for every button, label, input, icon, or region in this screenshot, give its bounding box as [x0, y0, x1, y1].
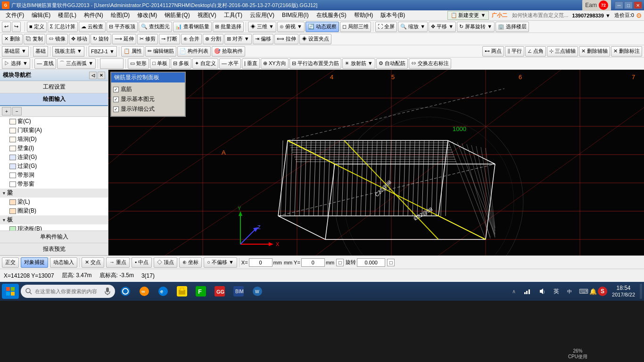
main-rebar-dropdown[interactable]: 筏板主筋 ▼ — [52, 46, 84, 57]
tree-add-button[interactable]: + — [2, 107, 11, 115]
taskbar-search[interactable]: 在这里输入你要搜索的内容 — [21, 285, 115, 298]
sum-calc-button[interactable]: Σ 汇总计算 — [48, 22, 78, 32]
list-item[interactable]: 过梁(G) — [0, 162, 108, 171]
component-list-button[interactable]: 📄 构件列表 — [177, 46, 211, 57]
del-annotation-button[interactable]: ✕ 删除标注 — [611, 46, 642, 57]
tree-remove-button[interactable]: − — [12, 107, 22, 115]
no-offset-button[interactable]: ○ 不偏移 ▼ — [204, 257, 237, 268]
vertical-button[interactable]: | 垂直 — [242, 58, 260, 69]
find-element-button[interactable]: 🔍 查找图元 — [139, 22, 172, 32]
break-button[interactable]: ⊸ 打断 — [159, 34, 180, 44]
input-method-label[interactable]: 英 — [551, 284, 562, 299]
copy-button[interactable]: ⿻ 复制 — [24, 34, 45, 44]
horizontal-button[interactable]: — 水平 — [219, 58, 241, 69]
project-settings-link[interactable]: 工程设置 — [0, 81, 108, 93]
pick-component-button[interactable]: 🎯 拾取构件 — [212, 46, 245, 57]
sys-tray-icons[interactable]: ∧ — [509, 284, 519, 299]
clock[interactable]: 18:54 2017/8/22 — [609, 284, 638, 299]
show-elements-checkbox[interactable] — [113, 97, 119, 102]
offset-button[interactable]: ⇥ 偏移 — [253, 34, 273, 44]
single-board-button[interactable]: □ 单板 — [150, 58, 170, 69]
fullscreen-button[interactable]: ⛶ 全屏 — [375, 22, 397, 32]
menu-modify[interactable]: 修改(M) — [133, 10, 161, 20]
align-button[interactable]: ⊞ 对齐 ▼ — [224, 34, 252, 44]
endpoint-button[interactable]: → 重点 — [106, 257, 130, 268]
taskbar-app-3[interactable] — [173, 284, 190, 299]
list-item[interactable]: 梁(L) — [0, 197, 108, 206]
floor-dropdown[interactable]: 基础层 ▼ — [2, 46, 29, 57]
close-button[interactable]: ✕ — [634, 1, 642, 9]
define-button[interactable]: ■ 定义 — [27, 22, 47, 32]
menu-cloud[interactable]: 云应用(V) — [246, 10, 278, 20]
fbzj-dropdown[interactable]: FBZJ-1 ▼ — [89, 46, 117, 57]
list-item[interactable]: 带形洞 — [0, 171, 108, 180]
panel-close-button[interactable]: ✕ — [98, 72, 105, 79]
point-angle-button[interactable]: ∠ 点角 — [525, 46, 546, 57]
menu-draw[interactable]: 绘图(D) — [107, 10, 134, 20]
menu-component[interactable]: 构件(N) — [80, 10, 107, 20]
rect-button[interactable]: ▭ 矩形 — [128, 58, 149, 69]
line-button[interactable]: — 直线 — [34, 58, 56, 69]
object-snap-button[interactable]: 对象捕捉 — [21, 257, 48, 268]
taskbar-app-5[interactable]: GG — [211, 284, 228, 299]
cloud-check-button[interactable]: ☁ 云检查 — [79, 22, 106, 32]
rotate-lock-icon[interactable]: □ — [387, 259, 395, 266]
top-view-button[interactable]: ⊙ 俯视 ▼ — [277, 22, 305, 32]
message-icon[interactable]: 🔔 — [589, 288, 597, 295]
float-panel-item-3[interactable]: 显示详细公式 — [113, 104, 183, 114]
mirror-button[interactable]: ⇔ 镜像 — [46, 34, 68, 44]
undo-button[interactable]: ↩ — [2, 22, 11, 32]
eam-badge[interactable]: 72 — [599, 0, 608, 10]
extend-button[interactable]: ⟶ 延伸 — [112, 34, 136, 44]
start-button[interactable] — [2, 284, 19, 299]
flat-top-button[interactable]: ⊟ 平齐板顶 — [107, 22, 138, 32]
x-input[interactable] — [249, 258, 272, 267]
show-formula-checkbox[interactable] — [113, 107, 119, 112]
list-item[interactable]: 连梁(G) — [0, 153, 108, 162]
pan-button[interactable]: ✥ 平移 ▼ — [429, 22, 456, 32]
batch-select-button[interactable]: ⊞ 批量选择 — [213, 22, 244, 32]
volume-icon[interactable]: ) — [536, 284, 549, 299]
menu-steel[interactable]: 钢筋量(Q) — [161, 10, 193, 20]
taskbar-app-6[interactable]: BIM — [230, 284, 247, 299]
arc-button[interactable]: ⌒ 三点画弧 ▼ — [57, 58, 96, 69]
drawing-input-link[interactable]: 绘图输入 — [0, 93, 108, 106]
dynamic-input-button[interactable]: 动态输入 — [50, 257, 77, 268]
dynamic-observe-button[interactable]: 🔄 动态观察 — [305, 22, 339, 32]
parallel-button[interactable]: ∥ 平行 — [505, 46, 524, 57]
maximize-button[interactable]: □ — [624, 1, 633, 9]
midpoint-button[interactable]: • 中点 — [132, 257, 152, 268]
menu-help[interactable]: 帮助(H) — [350, 10, 377, 20]
panel-expand-button[interactable]: ◁ — [89, 72, 97, 79]
list-item[interactable]: 圈梁(B) — [0, 206, 108, 215]
two-point-button[interactable]: ⊷ 两点 — [482, 46, 504, 57]
keyboard-icon[interactable]: ⌨ — [579, 288, 588, 295]
menu-version[interactable]: 版本号(B) — [377, 10, 409, 20]
stretch-button[interactable]: ⟺ 拉伸 — [274, 34, 298, 44]
parallel-edge-button[interactable]: ⊟ 平行边布置受力筋 — [289, 58, 341, 69]
lock-icon[interactable]: □ — [336, 259, 344, 266]
tree-category-beam[interactable]: ▼ 梁 — [0, 189, 108, 197]
minimize-button[interactable]: ─ — [615, 1, 623, 9]
bottom-rebar-checkbox[interactable] — [113, 87, 119, 92]
orthogonal-button[interactable]: 正交 — [2, 257, 19, 268]
select-floor-button[interactable]: 🏢 选择楼层 — [495, 22, 529, 32]
mic-icon[interactable] — [105, 288, 110, 295]
merge-button[interactable]: ⊕ 合并 — [181, 34, 202, 44]
quick-layout-label[interactable]: 如何快速布置自定义范... — [510, 11, 570, 20]
list-item[interactable]: 壁龛(I) — [0, 144, 108, 153]
xy-dir-button[interactable]: ⊕ XY方向 — [261, 58, 289, 69]
select-dropdown[interactable]: ▷ 选择 ▼ — [2, 58, 30, 69]
rotate-input[interactable] — [357, 258, 385, 267]
zoom-button[interactable]: 🔍 缩放 ▼ — [398, 22, 428, 32]
list-item[interactable]: 墙洞(D) — [0, 135, 108, 144]
three-point-axis-button[interactable]: ⊹ 三点辅轴 — [547, 46, 578, 57]
size-dropdown[interactable] — [100, 58, 124, 69]
taskbar-app-4[interactable]: F — [192, 284, 209, 299]
list-item[interactable]: 带形窗 — [0, 180, 108, 189]
show-desktop-button[interactable] — [640, 284, 642, 299]
list-item[interactable]: 窗(C) — [0, 117, 108, 126]
menu-view[interactable]: 视图(V) — [194, 10, 220, 20]
taskbar-app-7[interactable]: w — [249, 284, 266, 299]
view-steel-button[interactable]: 📊 查看钢筋量 — [173, 22, 212, 32]
